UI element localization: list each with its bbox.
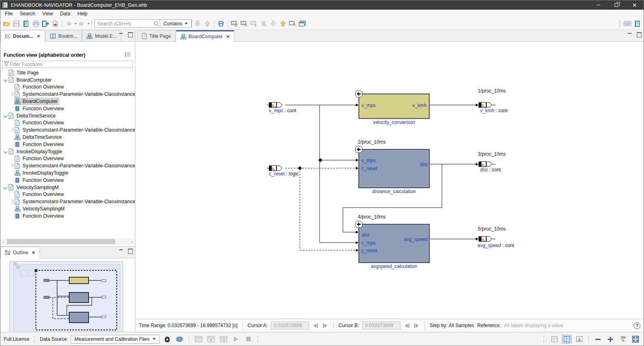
tree-item[interactable]: Function Overview (0, 191, 135, 198)
window-overview-button[interactable] (297, 19, 307, 29)
editor-minimize-button[interactable] (627, 32, 632, 37)
step-into-button[interactable] (268, 19, 278, 29)
source-label-c-reset[interactable]: c_reset : logic (269, 171, 299, 177)
export-pdf-button[interactable] (50, 19, 60, 29)
tab-bookmarks[interactable]: Bookm... (45, 30, 82, 41)
restore-button[interactable] (607, 0, 625, 10)
tab-boardcomputer[interactable]: BoardComputer ✕ (176, 30, 235, 42)
search-input[interactable] (95, 20, 152, 27)
configure-window-button[interactable] (219, 334, 228, 344)
menu-file[interactable]: File (1, 10, 16, 17)
display-labels-b-button[interactable]: B (230, 19, 239, 29)
expand-block-button[interactable] (355, 146, 362, 153)
cursor-b-step-forward-button[interactable] (413, 323, 420, 328)
forward-history-dropdown-icon[interactable] (87, 23, 90, 25)
help-icon[interactable] (634, 322, 640, 329)
cursor-b-step-back-button[interactable] (404, 323, 410, 328)
tree-item[interactable]: Function Overview (0, 84, 135, 91)
tree-item[interactable]: InvokeDisplayToggle (0, 148, 135, 155)
tree-item[interactable]: Function Overview (0, 155, 135, 163)
stop-visualization-button[interactable] (244, 334, 253, 344)
tree-item[interactable]: Systemconstant-Parameter-Variable-Classi… (0, 162, 135, 169)
tree-item[interactable]: InvokeDisplayToggle (0, 169, 135, 177)
tree-chevron-down-icon[interactable] (3, 149, 8, 154)
menu-search[interactable]: Search (16, 10, 39, 17)
single-page-view-button[interactable] (549, 335, 559, 344)
scroll-left-icon[interactable]: ‹ (0, 239, 6, 244)
block-caption-distance-calculation[interactable]: distance_calculation (359, 189, 429, 194)
function-navigation-button[interactable] (216, 19, 226, 29)
label-values-button[interactable] (259, 19, 268, 29)
block-distance-calculation[interactable]: v_mps c_reset dist (359, 149, 429, 188)
tree-item[interactable]: DeltaTimeService (0, 112, 135, 119)
tab-documents[interactable]: Docum... ✕ (0, 30, 45, 42)
tree-chevron-down-icon[interactable] (3, 77, 8, 83)
diagram-canvas[interactable]: v_mps : cont c_reset : logic 1/proc_10ms… (136, 42, 644, 319)
tab-title-page[interactable]: Title Page (137, 30, 175, 41)
tree-item[interactable]: Function Overview (0, 212, 135, 220)
tree-item[interactable]: Systemconstant-Parameter-Variable-Classi… (0, 198, 135, 205)
close-button[interactable]: ✕ (625, 0, 644, 10)
filter-functions-input[interactable] (9, 61, 132, 68)
expand-block-button[interactable] (355, 91, 362, 97)
search-next-button[interactable] (193, 19, 202, 29)
zoom-in-button[interactable] (606, 334, 615, 344)
help-book-button[interactable] (632, 19, 642, 29)
contains-dropdown[interactable]: Contains (160, 19, 192, 28)
back-button[interactable] (64, 19, 74, 29)
book-view-button[interactable] (562, 335, 572, 344)
tree-item[interactable]: VelocitySamplingM (0, 184, 135, 191)
menu-view[interactable]: View (39, 10, 56, 17)
open-ebook-button[interactable] (21, 19, 31, 29)
tree-item[interactable]: Systemconstant-Parameter-Variable-Classi… (0, 126, 135, 134)
data-source-dropdown[interactable]: Measurement and Calibration Files (71, 335, 159, 344)
block-avgspeed-calculation[interactable]: dist v_mps c_reset avg_speed (359, 224, 429, 263)
start-visualization-button[interactable] (231, 334, 241, 344)
minimize-button[interactable] (589, 0, 607, 10)
panel-minimize-button[interactable] (119, 32, 124, 37)
tree-horizontal-scrollbar[interactable]: ‹ › (0, 238, 135, 245)
editor-maximize-button[interactable] (636, 32, 641, 37)
source-label-v-mps[interactable]: v_mps : cont (269, 108, 296, 113)
block-caption-avgspeed-calculation[interactable]: avgspeed_calculation (359, 264, 429, 269)
scroll-right-icon[interactable]: › (129, 239, 135, 244)
tab-model-explorer[interactable]: Model E... (82, 30, 121, 41)
menu-data[interactable]: Data (56, 10, 74, 17)
step-out-button[interactable] (278, 19, 288, 29)
block-caption-velocity-conversion[interactable]: velocity_conversion (359, 119, 429, 125)
export-ebook-button[interactable] (41, 19, 50, 29)
outline-minimap[interactable] (0, 258, 135, 332)
save-button[interactable] (12, 19, 21, 29)
measure-window-button[interactable] (194, 334, 203, 344)
hide-labels-button[interactable] (249, 19, 259, 29)
cursor-a-input[interactable] (271, 321, 309, 330)
print-button[interactable] (31, 19, 41, 29)
tree-item[interactable]: Title Page (0, 69, 135, 76)
search-previous-button[interactable] (202, 19, 212, 29)
close-icon[interactable]: ✕ (37, 33, 41, 39)
scrollbar-thumb[interactable] (7, 239, 115, 244)
cursor-a-step-back-button[interactable] (312, 323, 319, 328)
keyboard-shortcuts-button[interactable] (623, 19, 632, 29)
goto-parent-button[interactable] (288, 19, 297, 29)
sink-label-avg-speed[interactable]: avg_speed : cont (477, 243, 514, 248)
open-file-button[interactable] (2, 19, 12, 29)
cursor-a-step-forward-button[interactable] (322, 323, 328, 328)
tree-item[interactable]: Systemconstant-Parameter-Variable-Classi… (0, 91, 135, 98)
zoom-out-button[interactable] (593, 334, 603, 344)
data-source-sphere-button[interactable] (175, 334, 184, 344)
settings-button[interactable] (162, 334, 172, 344)
tree-chevron-right-icon[interactable] (9, 199, 14, 204)
menu-help[interactable]: Help (74, 10, 91, 17)
tree-chevron-down-icon[interactable] (3, 113, 8, 119)
sink-label-v-kmh[interactable]: v_kmh : cont (480, 108, 508, 113)
tab-outline[interactable]: Outline ✕ (0, 247, 40, 258)
close-icon[interactable]: ✕ (31, 250, 35, 255)
tree-item[interactable]: Function Overview (0, 141, 135, 148)
tree-item[interactable]: BoardComputer (0, 76, 135, 84)
tree-chevron-right-icon[interactable] (9, 91, 14, 97)
tree-item[interactable]: Function Overview (0, 119, 135, 127)
outline-minimize-button[interactable] (119, 249, 124, 253)
close-windows-button[interactable] (206, 334, 216, 344)
forward-button[interactable] (77, 19, 87, 29)
